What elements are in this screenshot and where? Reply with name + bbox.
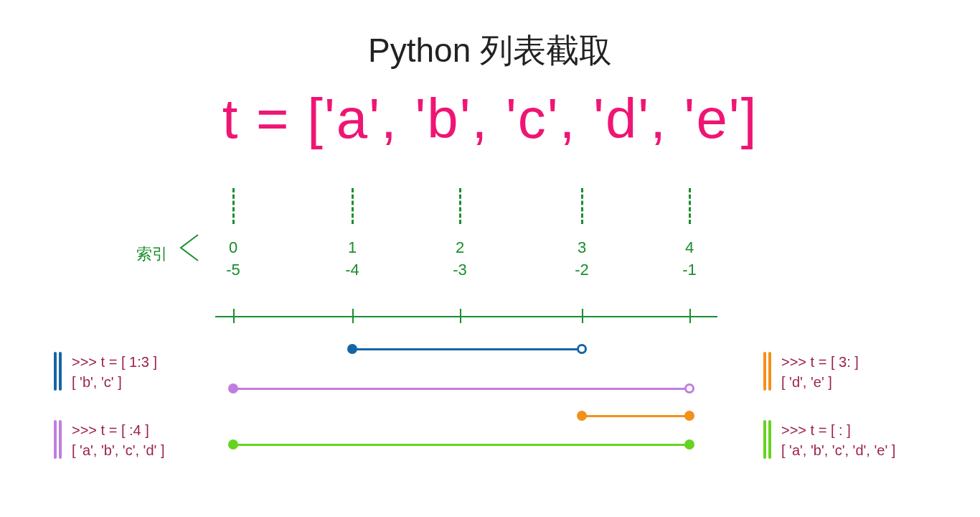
example3-bar-outer: [763, 352, 766, 391]
index-dash: [581, 188, 583, 224]
range-end-dot-open: [577, 344, 587, 354]
axis-tick: [582, 309, 583, 323]
example2-res: [ 'a', 'b', 'c', 'd' ]: [72, 440, 164, 460]
index-positive: 3: [575, 237, 589, 259]
example4-cmd: >>> t = [ : ]: [781, 420, 895, 440]
example1-cmd: >>> t = [ 1:3 ]: [72, 352, 157, 372]
example4-bar-outer: [763, 420, 766, 459]
example1-bar-outer: [54, 352, 57, 391]
example1: >>> t = [ 1:3 ] [ 'b', 'c' ]: [72, 352, 157, 392]
index-pair: 3-2: [575, 237, 589, 281]
range-start-dot: [577, 411, 587, 421]
index-dash: [689, 188, 691, 224]
example2: >>> t = [ :4 ] [ 'a', 'b', 'c', 'd' ]: [72, 420, 164, 460]
list-expression: t = ['a', 'b', 'c', 'd', 'e']: [0, 86, 980, 152]
index-positive: 4: [682, 237, 697, 259]
axis: [215, 309, 717, 330]
caret-icon: [178, 233, 199, 262]
page-title: Python 列表截取: [0, 29, 980, 73]
index-pair: 4-1: [682, 237, 697, 281]
range-end-dot-closed: [684, 411, 694, 421]
example2-bar-outer: [54, 420, 57, 459]
example3-bar-inner: [768, 352, 771, 391]
index-negative: -1: [682, 259, 697, 281]
range-line: [233, 388, 689, 390]
example4: >>> t = [ : ] [ 'a', 'b', 'c', 'd', 'e' …: [781, 420, 895, 460]
example2-bar-inner: [59, 420, 62, 459]
range-start-dot: [347, 344, 357, 354]
axis-line: [215, 316, 717, 317]
range-end-dot-closed: [684, 439, 694, 450]
axis-tick: [689, 309, 691, 323]
index-pair: 2-3: [453, 237, 467, 281]
index-negative: -3: [453, 259, 467, 281]
index-positive: 1: [345, 237, 359, 259]
example3-cmd: >>> t = [ 3: ]: [781, 352, 859, 372]
index-label: 索引: [136, 243, 168, 265]
index-pair: 0-5: [226, 237, 240, 281]
range-line: [352, 348, 582, 350]
example4-res: [ 'a', 'b', 'c', 'd', 'e' ]: [781, 440, 895, 460]
axis-tick: [233, 309, 235, 323]
index-positive: 2: [453, 237, 467, 259]
range-start-dot: [228, 439, 238, 450]
index-dash: [232, 188, 235, 224]
example1-res: [ 'b', 'c' ]: [72, 372, 157, 392]
range-start-dot: [228, 383, 238, 393]
index-negative: -4: [345, 259, 359, 281]
range-line: [233, 444, 689, 446]
example1-bar-inner: [59, 352, 62, 391]
index-pair: 1-4: [345, 237, 359, 281]
example3: >>> t = [ 3: ] [ 'd', 'e' ]: [781, 352, 859, 392]
index-dash: [459, 188, 461, 224]
range-end-dot-open: [684, 383, 694, 393]
range-line: [582, 415, 689, 417]
index-negative: -2: [575, 259, 589, 281]
example3-res: [ 'd', 'e' ]: [781, 372, 859, 392]
axis-tick: [352, 309, 354, 323]
axis-tick: [460, 309, 461, 323]
index-positive: 0: [226, 237, 240, 259]
index-dash: [352, 188, 354, 224]
index-negative: -5: [226, 259, 240, 281]
example2-cmd: >>> t = [ :4 ]: [72, 420, 164, 440]
example4-bar-inner: [768, 420, 771, 459]
